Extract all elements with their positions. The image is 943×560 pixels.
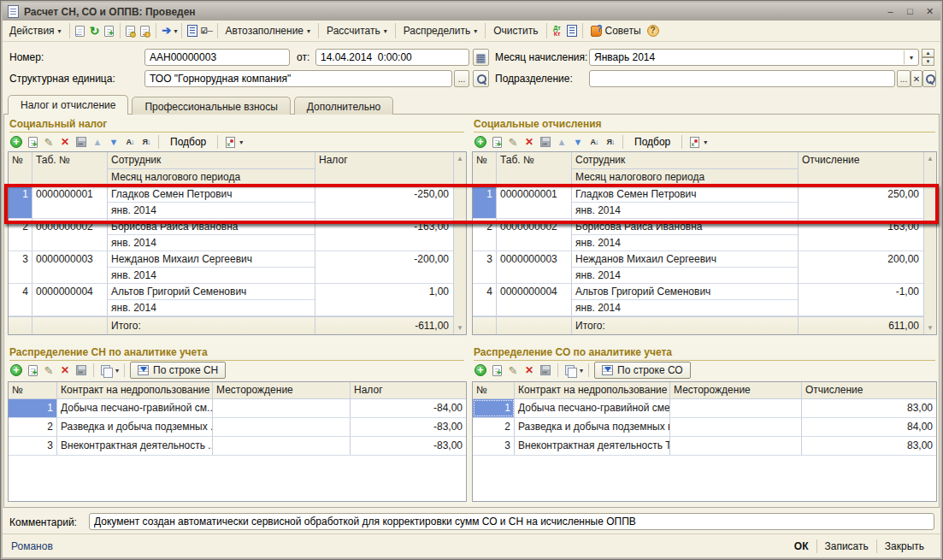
move-up-button[interactable]: ▲ — [91, 135, 104, 149]
vertical-scrollbar[interactable]: ▲ ▼ — [923, 152, 936, 334]
col-employee[interactable]: Сотрудник Месяц налогового периода — [108, 152, 315, 186]
write-button[interactable]: Записать — [817, 539, 876, 554]
org-search-button[interactable] — [473, 70, 489, 87]
col-number[interactable]: № — [9, 152, 32, 186]
reread-button[interactable]: ← — [74, 24, 87, 38]
table-row[interactable]: 3 0000000003 Нежданов Михаил Сергеевич я… — [473, 251, 923, 284]
sort-asc-button[interactable]: А↓ — [123, 135, 137, 149]
table-row[interactable]: 2 Разведка и добыча подземных в... 84,00 — [473, 418, 936, 437]
add-row-button[interactable]: + — [474, 363, 487, 377]
by-so-row-button[interactable]: По строке СО — [594, 362, 691, 379]
delete-row-button[interactable]: ✕ — [522, 363, 536, 377]
copy-row-button[interactable]: + — [26, 135, 39, 149]
maximize-button[interactable]: □ — [903, 5, 917, 18]
fill-button[interactable] — [223, 135, 237, 149]
move-down-button[interactable]: ▼ — [107, 135, 121, 149]
actions-menu[interactable]: Действия ▾ — [5, 23, 66, 38]
sort-desc-button[interactable]: Я↓ — [139, 135, 153, 149]
edit-row-button[interactable]: ✎ — [506, 363, 520, 377]
table-row[interactable]: 1 Добыча песчано-гравийной см... -84,00 — [9, 399, 466, 418]
date-input[interactable] — [315, 49, 469, 66]
move-down-button[interactable]: ▼ — [571, 135, 585, 149]
table-row[interactable]: 2 Разведка и добыча подземных ... -83,00 — [9, 418, 466, 437]
col-number[interactable]: № — [473, 382, 515, 399]
table-row[interactable]: 1 Добыча песчано-гравийной смеси 83,00 — [473, 399, 936, 418]
calculate-menu[interactable]: Рассчитать ▾ — [322, 23, 392, 38]
minimize-button[interactable]: – — [883, 5, 898, 18]
scroll-down-icon[interactable]: ▼ — [457, 321, 463, 334]
col-deduction[interactable]: Отчисление — [799, 152, 922, 186]
edit-row-button[interactable]: ✎ — [42, 363, 56, 377]
columns-settings-button[interactable]: ☑─ — [200, 24, 214, 38]
fill-dropdown[interactable]: ▾ — [704, 139, 707, 146]
scroll-up-icon[interactable]: ▲ — [927, 152, 934, 165]
col-field[interactable]: Месторождение — [670, 382, 802, 399]
table-row[interactable]: 4 0000000004 Альтов Григорий Семенович я… — [9, 284, 453, 316]
calendar-button[interactable]: ▦ — [473, 49, 489, 66]
vertical-scrollbar[interactable]: ▲ ▼ — [453, 152, 466, 334]
tab-professional-contributions[interactable]: Профессиональные взносы — [132, 97, 290, 115]
org-input[interactable] — [144, 70, 452, 87]
fill-button[interactable] — [687, 135, 701, 149]
tab-tax-and-deduction[interactable]: Налог и отчисление — [8, 95, 128, 115]
table-row[interactable]: 3 Внеконтрактная деятельность ... -83,00 — [9, 437, 466, 456]
end-edit-button[interactable] — [539, 135, 552, 149]
scroll-down-icon[interactable]: ▼ — [927, 321, 934, 334]
edit-row-button[interactable]: ✎ — [42, 135, 56, 149]
author-link[interactable]: Романов — [11, 540, 53, 552]
unpost-document-button[interactable]: ← — [139, 24, 152, 38]
ok-button[interactable]: ОК — [787, 539, 816, 554]
copy-row-button[interactable]: + — [490, 363, 504, 377]
table-row[interactable]: 3 0000000003 Нежданов Михаил Сергеевич я… — [9, 251, 453, 284]
delete-row-button[interactable]: ✕ — [58, 363, 72, 377]
advice-button[interactable]: Советы — [586, 23, 645, 38]
end-edit-button[interactable] — [74, 135, 88, 149]
sort-desc-button[interactable]: Я↓ — [604, 135, 617, 149]
scroll-up-icon[interactable]: ▲ — [457, 152, 463, 165]
col-deduction[interactable]: Отчисление — [802, 382, 936, 399]
add-row-button[interactable]: + — [474, 135, 487, 149]
clear-button[interactable]: Очистить — [489, 23, 542, 38]
dtkt-button[interactable]: ДтКт — [551, 24, 564, 38]
table-row[interactable]: 4 0000000004 Альтов Григорий Семенович я… — [473, 284, 923, 316]
end-edit-button[interactable] — [539, 363, 552, 377]
number-input[interactable] — [144, 49, 290, 66]
dept-clear-button[interactable]: ✕ — [911, 70, 922, 87]
by-sn-row-button[interactable]: По строке СН — [130, 362, 226, 379]
col-number[interactable]: № — [9, 382, 57, 399]
edit-row-button[interactable]: ✎ — [506, 135, 520, 149]
col-number[interactable]: № — [473, 152, 497, 186]
refresh-button[interactable]: ↻ — [88, 24, 102, 38]
move-up-button[interactable]: ▲ — [555, 135, 569, 149]
pick-button[interactable]: Подбор — [628, 135, 676, 149]
table-row[interactable]: 3 Внеконтрактная деятельность Т... 83,00 — [473, 437, 936, 456]
go-to-button[interactable]: ➔ — [160, 24, 174, 38]
dept-select-button[interactable]: ... — [897, 70, 911, 87]
autofill-menu[interactable]: Автозаполнение ▾ — [221, 23, 315, 38]
copy-list-dropdown[interactable]: ▾ — [580, 367, 583, 374]
col-field[interactable]: Месторождение — [213, 382, 351, 399]
spin-up-icon[interactable]: ▲ — [922, 49, 934, 57]
col-tax[interactable]: Налог — [351, 382, 466, 399]
go-to-dropdown[interactable]: ▾ — [174, 27, 178, 35]
journal-button[interactable] — [565, 24, 579, 38]
copy-row-button[interactable]: + — [26, 363, 39, 377]
copy-list-dropdown[interactable]: ▾ — [115, 367, 119, 374]
col-contract[interactable]: Контракт на недропользование — [515, 382, 670, 399]
help-button[interactable]: ? — [646, 24, 660, 38]
col-tax[interactable]: Налог — [315, 152, 452, 186]
comment-input[interactable] — [89, 513, 934, 530]
add-row-button[interactable]: + — [9, 363, 23, 377]
end-edit-button[interactable] — [74, 363, 88, 377]
dept-search-button[interactable] — [922, 70, 936, 87]
delete-row-button[interactable]: ✕ — [522, 135, 536, 149]
fill-dropdown[interactable]: ▾ — [239, 139, 243, 146]
month-dropdown-button[interactable]: ▾ — [904, 50, 918, 64]
add-row-button[interactable]: + — [9, 135, 23, 149]
org-select-button[interactable]: ... — [454, 70, 469, 87]
copy-list-button[interactable] — [563, 363, 577, 377]
sort-asc-button[interactable]: А↓ — [587, 135, 601, 149]
copy-row-button[interactable]: + — [490, 135, 504, 149]
col-tab-number[interactable]: Таб. № — [497, 152, 572, 186]
col-tab-number[interactable]: Таб. № — [32, 152, 108, 186]
